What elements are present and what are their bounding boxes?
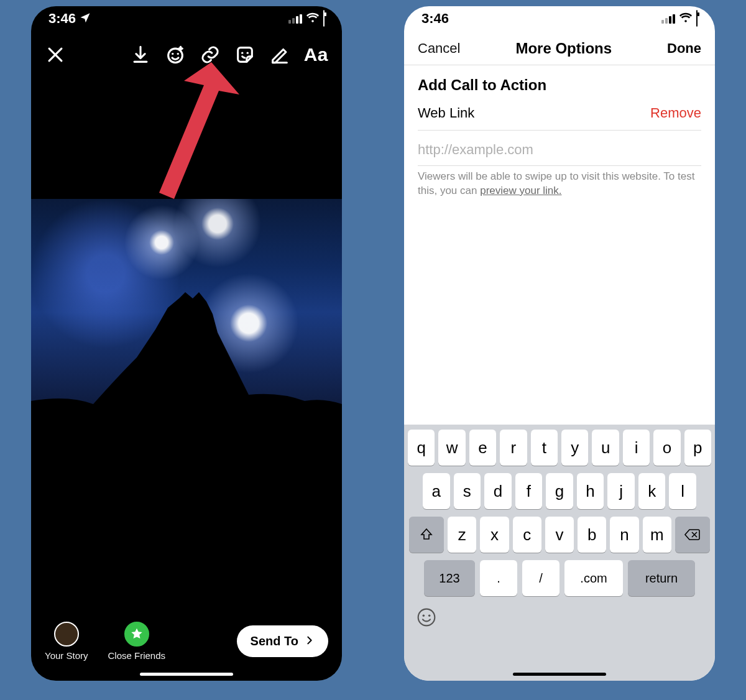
section-heading: Add Call to Action [418, 76, 701, 94]
wifi-icon [306, 11, 320, 27]
svg-marker-5 [159, 62, 239, 199]
keyboard-row-4: 123 . / .com return [408, 560, 711, 596]
preview-link[interactable]: preview your link. [480, 185, 561, 196]
story-image [31, 199, 342, 426]
status-time: 3:46 [48, 11, 76, 27]
key-p[interactable]: p [684, 430, 711, 466]
phone-more-options: 3:46 Cancel More Options Done Add Call t… [404, 6, 715, 681]
key-e[interactable]: e [469, 430, 496, 466]
key-f[interactable]: f [515, 473, 543, 509]
svg-point-9 [428, 615, 430, 617]
keyboard-row-2: a s d f g h j k l [408, 473, 711, 509]
status-time: 3:46 [421, 11, 449, 27]
wifi-icon [679, 11, 693, 27]
url-input[interactable]: http://example.com [404, 131, 715, 165]
key-r[interactable]: r [500, 430, 527, 466]
close-friends-button[interactable]: Close Friends [108, 622, 166, 661]
key-g[interactable]: g [546, 473, 573, 509]
emoji-button[interactable] [417, 607, 436, 630]
effects-icon[interactable] [165, 44, 186, 65]
key-s[interactable]: s [454, 473, 481, 509]
key-c[interactable]: c [513, 517, 541, 553]
key-d[interactable]: d [484, 473, 512, 509]
status-bar: 3:46 [31, 6, 342, 31]
svg-point-8 [423, 615, 425, 617]
keyboard-row-1: q w e r t y u i o p [408, 430, 711, 466]
phone-story-editor: 3:46 [31, 6, 342, 681]
backspace-key[interactable] [675, 517, 710, 553]
return-key[interactable]: return [628, 560, 695, 596]
key-z[interactable]: z [448, 517, 476, 553]
key-i[interactable]: i [623, 430, 650, 466]
web-link-label: Web Link [418, 105, 474, 121]
key-v[interactable]: v [545, 517, 574, 553]
key-w[interactable]: w [438, 430, 465, 466]
page-title: More Options [515, 40, 612, 57]
done-button[interactable]: Done [667, 40, 701, 57]
help-text: Viewers will be able to swipe up to visi… [404, 166, 715, 198]
key-t[interactable]: t [531, 430, 558, 466]
key-m[interactable]: m [643, 517, 671, 553]
svg-point-4 [246, 52, 248, 53]
key-123[interactable]: 123 [424, 560, 475, 596]
your-story-button[interactable]: Your Story [45, 622, 88, 661]
key-h[interactable]: h [577, 473, 604, 509]
key-u[interactable]: u [592, 430, 619, 466]
key-slash[interactable]: / [522, 560, 560, 596]
avatar [54, 622, 79, 647]
location-icon [80, 11, 91, 27]
signal-icon [661, 14, 675, 24]
key-y[interactable]: y [561, 430, 588, 466]
battery-icon [696, 11, 698, 27]
key-k[interactable]: k [638, 473, 666, 509]
home-indicator [140, 673, 233, 676]
svg-point-2 [177, 53, 178, 55]
chevron-right-icon [305, 634, 315, 648]
remove-button[interactable]: Remove [650, 105, 701, 121]
star-icon [124, 622, 149, 647]
key-x[interactable]: x [480, 517, 509, 553]
key-dotcom[interactable]: .com [564, 560, 623, 596]
key-j[interactable]: j [607, 473, 635, 509]
shift-key[interactable] [409, 517, 444, 553]
editor-toolbar: Aa [31, 36, 342, 73]
key-a[interactable]: a [423, 473, 450, 509]
key-q[interactable]: q [408, 430, 435, 466]
signal-icon [288, 14, 302, 24]
key-n[interactable]: n [610, 517, 638, 553]
key-o[interactable]: o [653, 430, 680, 466]
cancel-button[interactable]: Cancel [418, 40, 460, 57]
status-bar: 3:46 [404, 6, 715, 31]
nav-bar: Cancel More Options Done [404, 31, 715, 65]
svg-point-7 [418, 609, 435, 626]
annotation-arrow [137, 62, 249, 211]
battery-icon [323, 11, 325, 27]
close-button[interactable] [45, 44, 66, 65]
download-icon[interactable] [130, 44, 151, 65]
send-to-button[interactable]: Send To [237, 625, 328, 657]
svg-point-1 [172, 53, 173, 55]
key-b[interactable]: b [578, 517, 606, 553]
home-indicator [513, 673, 606, 676]
key-dot[interactable]: . [480, 560, 517, 596]
cta-section: Add Call to Action Web Link Remove [404, 65, 715, 130]
story-bottom-bar: Your Story Close Friends Send To [31, 622, 342, 661]
keyboard-row-3: z x c v b n m [408, 517, 711, 553]
svg-point-3 [241, 52, 243, 53]
key-l[interactable]: l [669, 473, 696, 509]
sticker-icon[interactable] [234, 44, 256, 65]
link-icon[interactable] [200, 44, 221, 65]
keyboard: q w e r t y u i o p a s d f g h j k l z [404, 425, 715, 681]
text-button[interactable]: Aa [304, 44, 328, 65]
draw-icon[interactable] [269, 44, 290, 65]
